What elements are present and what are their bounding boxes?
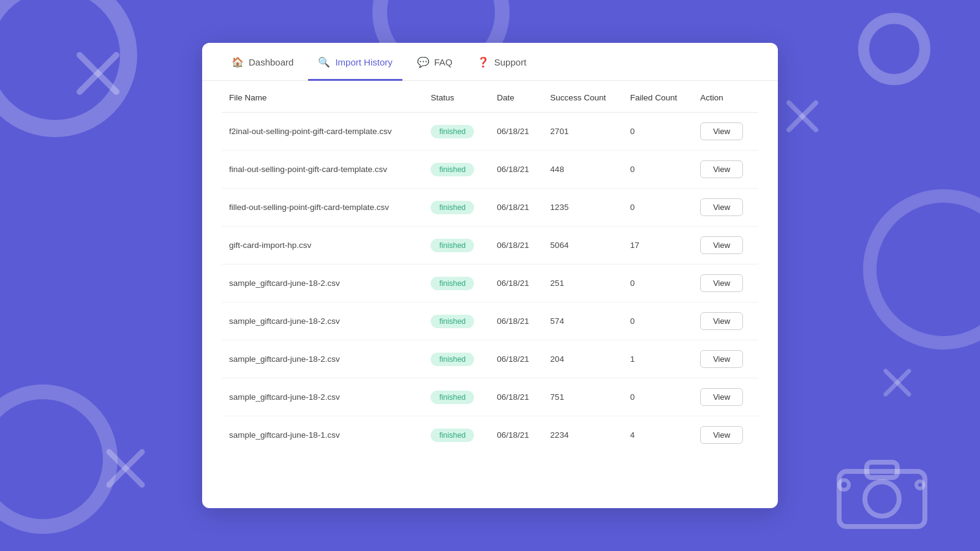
- status-badge: finished: [431, 315, 474, 328]
- main-card: 🏠 Dashboard 🔍 Import History 💬 FAQ ❓ Sup…: [202, 43, 778, 508]
- tab-support[interactable]: ❓ Support: [467, 43, 537, 81]
- table-row: sample_giftcard-june-18-2.csv finished 0…: [222, 264, 758, 302]
- cell-success-count: 2701: [543, 113, 623, 151]
- table-container: File Name Status Date Success Count Fail…: [202, 81, 778, 473]
- tab-faq[interactable]: 💬 FAQ: [407, 43, 462, 81]
- status-badge: finished: [431, 239, 474, 252]
- table-row: final-out-selling-point-gift-card-templa…: [222, 151, 758, 189]
- table-row: sample_giftcard-june-18-2.csv finished 0…: [222, 378, 758, 416]
- view-button[interactable]: View: [700, 198, 743, 216]
- cell-date: 06/18/21: [489, 189, 543, 227]
- cell-success-count: 1235: [543, 189, 623, 227]
- cell-status: finished: [423, 151, 489, 189]
- svg-line-6: [789, 103, 816, 130]
- svg-rect-15: [867, 462, 897, 478]
- col-date: Date: [489, 81, 543, 113]
- cell-success-count: 2234: [543, 416, 623, 454]
- table-row: gift-card-import-hp.csv finished 06/18/2…: [222, 227, 758, 264]
- cell-failed-count: 0: [623, 189, 693, 227]
- question-icon: ❓: [477, 56, 489, 68]
- table-row: sample_giftcard-june-18-2.csv finished 0…: [222, 302, 758, 340]
- cell-status: finished: [423, 113, 489, 151]
- cell-failed-count: 17: [623, 227, 693, 264]
- cell-action: View: [693, 151, 758, 189]
- svg-line-19: [886, 371, 909, 394]
- col-failed-count: Failed Count: [623, 81, 693, 113]
- svg-line-18: [886, 371, 909, 394]
- view-button[interactable]: View: [700, 350, 743, 368]
- svg-line-1: [80, 55, 116, 92]
- cell-file-name: sample_giftcard-june-18-2.csv: [222, 302, 423, 340]
- cell-file-name: filled-out-selling-point-gift-card-templ…: [222, 189, 423, 227]
- tab-support-label: Support: [494, 57, 527, 67]
- tab-faq-label: FAQ: [434, 57, 453, 67]
- cell-date: 06/18/21: [489, 113, 543, 151]
- cell-failed-count: 4: [623, 416, 693, 454]
- cell-file-name: sample_giftcard-june-18-2.csv: [222, 264, 423, 302]
- chat-icon: 💬: [417, 56, 429, 68]
- cell-failed-count: 1: [623, 340, 693, 378]
- cell-date: 06/18/21: [489, 264, 543, 302]
- svg-point-16: [839, 480, 849, 490]
- svg-point-0: [0, 0, 129, 129]
- cell-action: View: [693, 189, 758, 227]
- table-row: filled-out-selling-point-gift-card-templ…: [222, 189, 758, 227]
- cell-success-count: 751: [543, 378, 623, 416]
- svg-rect-13: [839, 471, 925, 527]
- view-button[interactable]: View: [700, 236, 743, 254]
- import-history-table: File Name Status Date Success Count Fail…: [222, 81, 758, 454]
- col-status: Status: [423, 81, 489, 113]
- cell-action: View: [693, 264, 758, 302]
- table-row: sample_giftcard-june-18-2.csv finished 0…: [222, 340, 758, 378]
- cell-success-count: 574: [543, 302, 623, 340]
- cell-success-count: 204: [543, 340, 623, 378]
- cell-action: View: [693, 378, 758, 416]
- cell-status: finished: [423, 264, 489, 302]
- view-button[interactable]: View: [700, 426, 743, 444]
- cell-file-name: final-out-selling-point-gift-card-templa…: [222, 151, 423, 189]
- view-button[interactable]: View: [700, 388, 743, 406]
- cell-action: View: [693, 416, 758, 454]
- svg-point-8: [0, 392, 110, 527]
- col-success-count: Success Count: [543, 81, 623, 113]
- cell-success-count: 251: [543, 264, 623, 302]
- status-badge: finished: [431, 201, 474, 214]
- cell-date: 06/18/21: [489, 416, 543, 454]
- tab-import-history[interactable]: 🔍 Import History: [308, 43, 402, 81]
- cell-file-name: gift-card-import-hp.csv: [222, 227, 423, 264]
- cell-action: View: [693, 227, 758, 264]
- cell-date: 06/18/21: [489, 340, 543, 378]
- navigation: 🏠 Dashboard 🔍 Import History 💬 FAQ ❓ Sup…: [202, 43, 778, 81]
- tab-import-history-label: Import History: [335, 57, 392, 67]
- cell-status: finished: [423, 378, 489, 416]
- tab-dashboard[interactable]: 🏠 Dashboard: [222, 43, 303, 81]
- svg-line-2: [80, 55, 116, 92]
- status-badge: finished: [431, 391, 474, 404]
- cell-date: 06/18/21: [489, 227, 543, 264]
- cell-date: 06/18/21: [489, 302, 543, 340]
- cell-success-count: 448: [543, 151, 623, 189]
- cell-failed-count: 0: [623, 302, 693, 340]
- cell-status: finished: [423, 302, 489, 340]
- view-button[interactable]: View: [700, 122, 743, 140]
- table-header-row: File Name Status Date Success Count Fail…: [222, 81, 758, 113]
- svg-line-9: [109, 452, 142, 485]
- svg-point-7: [870, 196, 980, 343]
- cell-status: finished: [423, 416, 489, 454]
- svg-line-5: [789, 103, 816, 130]
- view-button[interactable]: View: [700, 312, 743, 330]
- cell-action: View: [693, 113, 758, 151]
- col-action: Action: [693, 81, 758, 113]
- svg-point-4: [864, 18, 925, 80]
- table-row: f2inal-out-selling-point-gift-card-templ…: [222, 113, 758, 151]
- cell-failed-count: 0: [623, 151, 693, 189]
- view-button[interactable]: View: [700, 274, 743, 292]
- cell-file-name: sample_giftcard-june-18-2.csv: [222, 340, 423, 378]
- svg-point-17: [916, 481, 924, 489]
- cell-failed-count: 0: [623, 264, 693, 302]
- svg-line-10: [109, 452, 142, 485]
- home-icon: 🏠: [232, 56, 244, 68]
- view-button[interactable]: View: [700, 160, 743, 178]
- status-badge: finished: [431, 277, 474, 290]
- cell-file-name: sample_giftcard-june-18-2.csv: [222, 378, 423, 416]
